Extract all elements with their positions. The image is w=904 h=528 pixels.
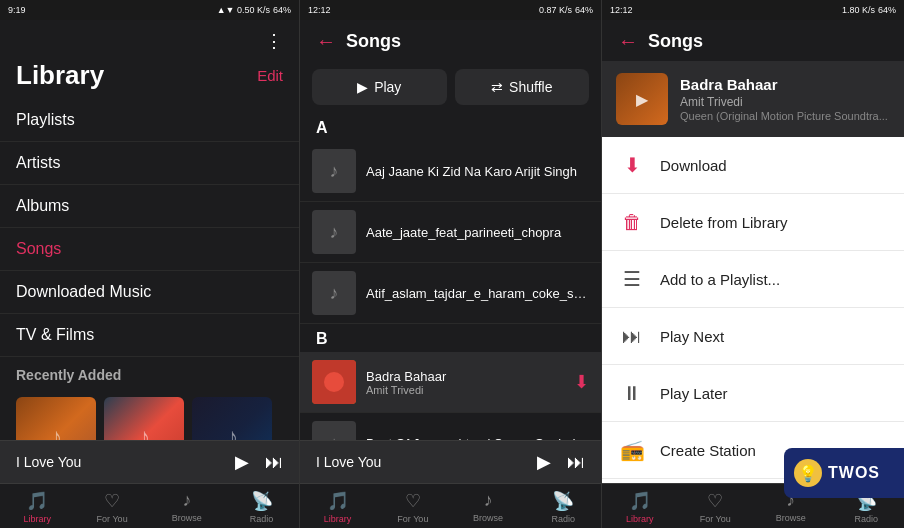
skip-button-mini-2[interactable]: ⏭ (567, 452, 585, 473)
add-playlist-context-icon: ☰ (618, 265, 646, 293)
browse-nav-icon-1: ♪ (182, 490, 191, 511)
nav-tv-films[interactable]: TV & Films (0, 314, 299, 357)
play-button-mini-2[interactable]: ▶ (537, 451, 551, 473)
time-2: 12:12 (308, 5, 331, 15)
speed-3: 1.80 K/s (842, 5, 875, 15)
radio-nav-label-3: Radio (854, 514, 878, 524)
download-context-icon: ⬇ (618, 151, 646, 179)
context-play-next[interactable]: ⏭ Play Next (602, 308, 904, 365)
song-card-album: Queen (Original Motion Picture Soundtra.… (680, 110, 890, 122)
bottom-nav-library-1[interactable]: 🎵 Library (0, 490, 75, 524)
time-3: 12:12 (610, 5, 633, 15)
song-item-janmashtami[interactable]: ♪ Best Of Janmashtami Songs Govinda Aala… (300, 413, 601, 440)
context-delete[interactable]: 🗑 Delete from Library (602, 194, 904, 251)
back-button-2[interactable]: ← (316, 30, 336, 53)
radio-nav-label-1: Radio (250, 514, 274, 524)
top-bar-1: ⋮ (0, 20, 299, 60)
song-header-card: Badra Bahaar Amit Trivedi Queen (Origina… (602, 61, 904, 137)
download-icon-badra[interactable]: ⬇ (574, 371, 589, 393)
nav-downloaded-music[interactable]: Downloaded Music (0, 271, 299, 314)
song-thumb-1: ♪ (312, 149, 356, 193)
context-download[interactable]: ⬇ Download (602, 137, 904, 194)
song-item-3[interactable]: ♪ Atif_aslam_tajdar_e_haram_coke_studio_… (300, 263, 601, 324)
edit-button[interactable]: Edit (257, 67, 283, 84)
bottom-nav-library-2[interactable]: 🎵 Library (300, 490, 375, 524)
mini-player-1: I Love You ▶ ⏭ (0, 440, 299, 483)
bottom-nav-foryou-3[interactable]: ♡ For You (678, 490, 754, 524)
shuffle-button-2[interactable]: ⇄ Shuffle (455, 69, 590, 105)
song-name-3: Atif_aslam_tajdar_e_haram_coke_studio_se… (366, 286, 589, 301)
status-left: 9:19 (8, 5, 26, 15)
album-thumb-2[interactable] (104, 397, 184, 440)
add-playlist-label: Add to a Playlist... (660, 271, 780, 288)
panel-header-2: ← Songs (300, 20, 601, 61)
bottom-nav-library-3[interactable]: 🎵 Library (602, 490, 678, 524)
song-item-1[interactable]: ♪ Aaj Jaane Ki Zid Na Karo Arijit Singh (300, 141, 601, 202)
play-icon-2: ▶ (357, 79, 368, 95)
action-buttons-2: ▶ Play ⇄ Shuffle (300, 61, 601, 113)
context-add-playlist[interactable]: ☰ Add to a Playlist... (602, 251, 904, 308)
status-right-3: 1.80 K/s 64% (842, 5, 896, 15)
song-item-badra[interactable]: Badra Bahaar Amit Trivedi ⬇ (300, 352, 601, 413)
play-next-label: Play Next (660, 328, 724, 345)
nav-songs[interactable]: Songs (0, 228, 299, 271)
battery-3: 64% (878, 5, 896, 15)
mini-player-title-2: I Love You (316, 454, 381, 470)
foryou-nav-label-2: For You (397, 514, 428, 524)
context-menu-list: ⬇ Download 🗑 Delete from Library ☰ Add t… (602, 137, 904, 483)
foryou-nav-icon-3: ♡ (707, 490, 723, 512)
nav-albums[interactable]: Albums (0, 185, 299, 228)
bottom-nav-radio-1[interactable]: 📡 Radio (224, 490, 299, 524)
bottom-nav-radio-2[interactable]: 📡 Radio (526, 490, 601, 524)
speed-1: ▲▼ 0.50 K/s (217, 5, 270, 15)
foryou-nav-icon-2: ♡ (405, 490, 421, 512)
song-thumb-badra (312, 360, 356, 404)
play-button-2[interactable]: ▶ Play (312, 69, 447, 105)
play-button-1[interactable]: ▶ (235, 451, 249, 473)
bottom-nav-browse-2[interactable]: ♪ Browse (451, 490, 526, 524)
section-b-header: B (300, 324, 601, 352)
player-controls-1: ▶ ⏭ (235, 451, 283, 473)
bottom-nav-browse-1[interactable]: ♪ Browse (150, 490, 225, 524)
status-right-2: 0.87 K/s 64% (539, 5, 593, 15)
context-play-later[interactable]: ⏸ Play Later (602, 365, 904, 422)
nav-playlists[interactable]: Playlists (0, 99, 299, 142)
radio-nav-label-2: Radio (552, 514, 576, 524)
more-options-icon[interactable]: ⋮ (265, 30, 283, 52)
bottom-nav-foryou-1[interactable]: ♡ For You (75, 490, 150, 524)
library-nav-icon-3: 🎵 (629, 490, 651, 512)
recently-added-label: Recently Added (0, 357, 299, 389)
song-item-2[interactable]: ♪ Aate_jaate_feat_parineeti_chopra (300, 202, 601, 263)
song-thumb-janmashtami: ♪ (312, 421, 356, 440)
mini-player-title-1: I Love You (16, 454, 81, 470)
song-info-2: Aate_jaate_feat_parineeti_chopra (366, 225, 589, 240)
panel-header-3: ← Songs (602, 20, 904, 61)
twos-watermark: 💡 TWOS (784, 448, 904, 498)
shuffle-icon-2: ⇄ (491, 79, 503, 95)
back-button-3[interactable]: ← (618, 30, 638, 53)
song-name-badra: Badra Bahaar (366, 369, 564, 384)
mini-player-2: I Love You ▶ ⏭ (300, 440, 601, 483)
bottom-nav-foryou-2[interactable]: ♡ For You (375, 490, 450, 524)
twos-text: TWOS (828, 464, 880, 482)
song-card-title: Badra Bahaar (680, 76, 890, 93)
context-menu-panel: 12:12 1.80 K/s 64% ← Songs Badra Bahaar … (602, 0, 904, 528)
library-nav-label-3: Library (626, 514, 654, 524)
nav-artists[interactable]: Artists (0, 142, 299, 185)
status-left-3: 12:12 (610, 5, 633, 15)
status-right: ▲▼ 0.50 K/s 64% (217, 5, 291, 15)
song-card-info: Badra Bahaar Amit Trivedi Queen (Origina… (680, 76, 890, 122)
library-nav-label-2: Library (324, 514, 352, 524)
skip-button-1[interactable]: ⏭ (265, 452, 283, 473)
song-list-2: A ♪ Aaj Jaane Ki Zid Na Karo Arijit Sing… (300, 113, 601, 440)
browse-nav-icon-2: ♪ (484, 490, 493, 511)
album-thumb-3[interactable] (192, 397, 272, 440)
songs-panel: 12:12 0.87 K/s 64% ← Songs ▶ Play ⇄ Shuf… (300, 0, 602, 528)
song-info-3: Atif_aslam_tajdar_e_haram_coke_studio_se… (366, 286, 589, 301)
song-card-artist: Amit Trivedi (680, 95, 890, 109)
song-thumb-2: ♪ (312, 210, 356, 254)
album-thumb-1[interactable] (16, 397, 96, 440)
songs-title: Songs (346, 31, 401, 52)
download-label: Download (660, 157, 727, 174)
browse-nav-label-3: Browse (776, 513, 806, 523)
